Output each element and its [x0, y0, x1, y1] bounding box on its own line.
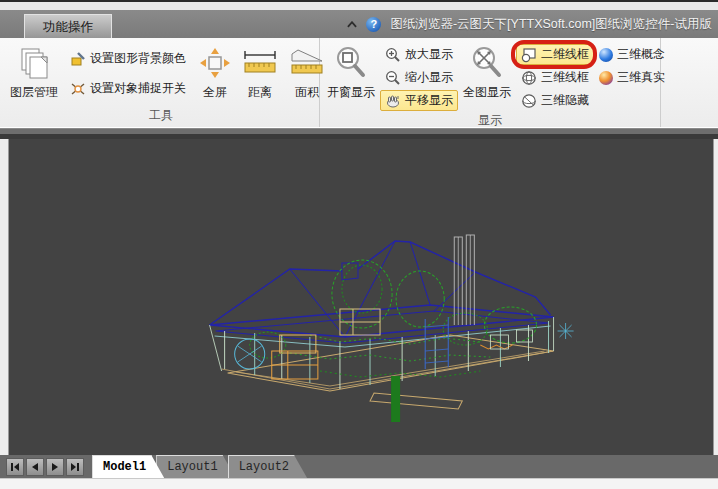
- ribbon-tab-label: 功能操作: [43, 20, 93, 34]
- title-bar: 功能操作 ? 图纸浏览器-云图天下[YTTXSoft.com]图纸浏览控件-试用…: [0, 10, 718, 38]
- fullscreen-arrows-icon: [198, 44, 232, 82]
- hidden-3d-label: 三维隐藏: [541, 92, 589, 109]
- full-view-label: 全图显示: [463, 84, 511, 101]
- ribbon-group-display: 开窗显示 放大显示: [320, 38, 661, 127]
- realistic-3d-button[interactable]: 三维真实: [594, 67, 670, 88]
- window-bottom-edge: [0, 478, 718, 489]
- realistic-sphere-icon: [599, 71, 613, 85]
- wireframe-2d-icon: [521, 47, 537, 63]
- set-osnap-button[interactable]: 设置对象捕捉开关: [65, 78, 191, 99]
- drawing-canvas[interactable]: [9, 139, 713, 455]
- canvas-row: [0, 139, 718, 455]
- canvas-left-border: [0, 139, 9, 455]
- canvas-right-border: [713, 139, 718, 455]
- sheet-nav-buttons: [6, 455, 84, 478]
- fullscreen-button[interactable]: 全屏: [193, 40, 237, 104]
- sheet-tab-layout2-label: Layout2: [239, 460, 289, 474]
- zoom-in-icon: [385, 47, 401, 63]
- zoom-out-label: 缩小显示: [405, 69, 453, 86]
- help-icon[interactable]: ?: [366, 17, 381, 32]
- collapse-ribbon-icon[interactable]: [347, 21, 357, 27]
- full-view-magnifier-icon: [469, 44, 505, 82]
- wireframe-2d-button[interactable]: 二维线框: [516, 44, 594, 65]
- zoom-in-button[interactable]: 放大显示: [380, 44, 458, 65]
- ribbon: 图层管理 设置图形背景颜色: [0, 38, 718, 127]
- ribbon-canvas-divider: [0, 127, 718, 139]
- ribbon-group-tools: 图层管理 设置图形背景颜色: [3, 38, 320, 127]
- wireframe-2d-label: 二维线框: [541, 46, 589, 63]
- hidden-3d-sphere-icon: [521, 93, 537, 109]
- sheet-tab-layout1[interactable]: Layout1: [156, 455, 235, 478]
- realistic-3d-label: 三维真实: [617, 69, 665, 86]
- pan-button[interactable]: 平移显示: [380, 90, 458, 111]
- wireframe-3d-button[interactable]: 三维线框: [516, 67, 594, 88]
- last-sheet-button[interactable]: [66, 458, 84, 476]
- zoom-out-icon: [385, 70, 401, 86]
- wireframe-3d-sphere-icon: [521, 70, 537, 86]
- sheet-tab-layout1-label: Layout1: [167, 460, 217, 474]
- sheet-tab-model1-label: Model1: [103, 460, 146, 474]
- conceptual-3d-label: 三维概念: [617, 46, 665, 63]
- zoom-small-column: 放大显示 缩小显示: [380, 40, 458, 111]
- layers-icon: [17, 44, 51, 82]
- tools-group-content: 图层管理 设置图形背景颜色: [3, 38, 319, 106]
- set-osnap-label: 设置对象捕捉开关: [90, 80, 186, 97]
- distance-label: 距离: [248, 84, 272, 101]
- ribbon-tab-function-ops[interactable]: 功能操作: [24, 14, 112, 38]
- wireframe-3d-label: 三维线框: [541, 69, 589, 86]
- fullscreen-label: 全屏: [203, 84, 227, 101]
- zoom-out-button[interactable]: 缩小显示: [380, 67, 458, 88]
- sheet-tab-layout2[interactable]: Layout2: [228, 455, 307, 478]
- paint-background-icon: [70, 51, 86, 67]
- layer-manage-button[interactable]: 图层管理: [5, 40, 63, 104]
- window-top-edge: [0, 0, 718, 10]
- object-snap-icon: [70, 81, 86, 97]
- conceptual-3d-button[interactable]: 三维概念: [594, 44, 670, 65]
- tools-group-label: 工具: [3, 106, 319, 127]
- sheet-tab-bar: Model1 Layout1 Layout2: [0, 455, 718, 478]
- distance-ruler-icon: [242, 44, 278, 82]
- titlebar-right: ? 图纸浏览器-云图天下[YTTXSoft.com]图纸浏览控件-试用版: [347, 10, 712, 38]
- display-group-content: 开窗显示 放大显示: [320, 38, 660, 111]
- hidden-3d-button[interactable]: 三维隐藏: [516, 90, 594, 111]
- wireframe-small-column: 二维线框 三维线框: [516, 40, 594, 111]
- conceptual-sphere-icon: [599, 48, 613, 62]
- layer-manage-label: 图层管理: [10, 84, 58, 101]
- first-sheet-button[interactable]: [6, 458, 24, 476]
- full-view-button[interactable]: 全图显示: [458, 40, 516, 104]
- set-bg-color-button[interactable]: 设置图形背景颜色: [65, 48, 191, 69]
- window-zoom-label: 开窗显示: [327, 84, 375, 101]
- distance-button[interactable]: 距离: [237, 40, 283, 104]
- zoom-in-label: 放大显示: [405, 46, 453, 63]
- pan-hand-icon: [385, 93, 401, 109]
- app-window: 功能操作 ? 图纸浏览器-云图天下[YTTXSoft.com]图纸浏览控件-试用…: [0, 0, 718, 489]
- window-zoom-button[interactable]: 开窗显示: [322, 40, 380, 104]
- window-zoom-magnifier-icon: [333, 44, 369, 82]
- area-label: 面积: [295, 84, 319, 101]
- next-sheet-button[interactable]: [46, 458, 64, 476]
- shaded-small-column: 三维概念 三维真实: [594, 40, 670, 88]
- tools-small-column: 设置图形背景颜色 设置对象捕捉开关: [65, 40, 191, 99]
- sheet-tab-model1[interactable]: Model1: [92, 455, 164, 478]
- window-title: 图纸浏览器-云图天下[YTTXSoft.com]图纸浏览控件-试用版: [390, 16, 712, 33]
- prev-sheet-button[interactable]: [26, 458, 44, 476]
- pan-label: 平移显示: [405, 92, 453, 109]
- cad-drawing: [9, 139, 713, 455]
- set-bg-color-label: 设置图形背景颜色: [90, 50, 186, 67]
